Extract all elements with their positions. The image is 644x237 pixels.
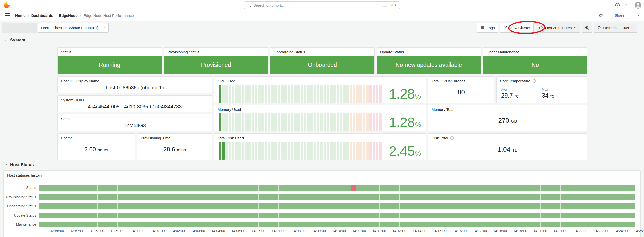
gauge-segment	[248, 142, 251, 160]
zoom-out-button[interactable]	[582, 23, 592, 33]
x-axis-tick-label: 13:58:00	[91, 229, 104, 233]
logs-button[interactable]: Logs	[477, 23, 498, 33]
x-axis-tick-label: 14:14:00	[413, 229, 426, 233]
section-host-status[interactable]: Host Status	[4, 162, 34, 167]
gauge-segment	[366, 113, 369, 131]
gauge-segment	[373, 85, 375, 103]
panel-serial: Serial1ZM54G3	[57, 114, 212, 131]
gauge-segment	[265, 85, 267, 103]
gauge-segment	[343, 85, 346, 103]
x-axis-tick-label: 14:06:00	[252, 229, 265, 233]
breadcrumb-item[interactable]: Dashboards	[31, 13, 53, 18]
info-icon[interactable]	[532, 79, 536, 83]
gauge-segment	[333, 113, 336, 131]
gauge-segment	[307, 85, 310, 103]
breadcrumb-item[interactable]: Home	[15, 13, 26, 18]
gauge-segment	[261, 113, 264, 131]
gauge-segment	[229, 142, 231, 160]
timeline-gridline	[520, 185, 520, 227]
gauge-segment	[340, 142, 342, 160]
grafana-logo-icon[interactable]	[4, 2, 10, 8]
gauge-segment	[346, 142, 349, 160]
gauge-segment	[245, 142, 248, 160]
gauge-segment	[235, 85, 238, 103]
gauge-segment	[222, 85, 225, 103]
gauge-segment	[291, 113, 293, 131]
gauge-segment	[317, 113, 319, 131]
timeline-row-bar	[39, 185, 635, 191]
view-cluster-button[interactable]: View Cluster	[500, 23, 534, 33]
gauge-segment	[310, 113, 313, 131]
gauge-segment	[314, 113, 316, 131]
news-icon[interactable]	[625, 3, 630, 8]
panel-uptime: Uptime2.60hours	[57, 133, 135, 160]
gauge-segment	[265, 142, 267, 160]
gauge-segment	[343, 113, 346, 131]
timeline-gridline	[500, 185, 500, 227]
search-input[interactable]	[253, 3, 381, 7]
gauge-segment	[379, 113, 382, 131]
timeline-gridline	[278, 185, 279, 227]
bar-gauge: 1.28%	[214, 112, 426, 131]
gauge-segment	[330, 113, 333, 131]
gauge-segment	[327, 142, 329, 160]
status-value: No new updates available	[377, 56, 481, 74]
gauge-segment	[232, 85, 234, 103]
refresh-button[interactable]: Refresh	[594, 23, 620, 33]
gauge-segment	[288, 142, 290, 160]
gauge-segment	[373, 113, 375, 131]
help-icon[interactable]	[615, 3, 620, 8]
x-axis-tick-label: 14:03:00	[191, 229, 205, 233]
favorite-star-icon[interactable]	[598, 13, 603, 18]
host-select[interactable]: host-0a86b86c (ubuntu-1)	[52, 23, 109, 33]
gauge-segment	[271, 85, 274, 103]
gauge-segment	[327, 85, 329, 103]
stat-unit: GB	[511, 119, 517, 124]
gauge-segment	[294, 113, 297, 131]
section-system[interactable]: System	[4, 38, 25, 43]
menu-toggle-icon[interactable]	[5, 12, 10, 18]
x-axis-tick-label: 14:22:00	[574, 229, 588, 233]
timeline-gridline	[601, 185, 601, 227]
timeline-gridline	[460, 185, 460, 227]
status-value: No	[483, 56, 587, 74]
panel-title: Total Disk Used	[214, 134, 426, 141]
panel-title: Memory Used	[214, 105, 426, 112]
gauge-segment	[232, 142, 234, 160]
avatar[interactable]	[635, 2, 641, 9]
gauge-segment	[307, 142, 310, 160]
gauge-segment	[310, 85, 313, 103]
share-button[interactable]: Share	[611, 12, 628, 19]
gauge-segment	[229, 113, 231, 131]
breadcrumb-row: Home›Dashboards›EdgeNode›Edge Node Host …	[0, 10, 644, 21]
core-temp-max: Max 34 °C	[542, 88, 580, 99]
host-variable: Host host-0a86b86c (ubuntu-1)	[38, 23, 109, 33]
gauge-segment	[363, 85, 365, 103]
gauge-segment	[252, 85, 254, 103]
time-range-picker[interactable]: Last 30 minutes	[536, 23, 580, 33]
x-axis-tick-label: 13:57:00	[70, 229, 84, 233]
refresh-interval-select[interactable]: 30s	[620, 23, 637, 33]
gauge-segment	[258, 85, 261, 103]
panel-title: Onboarding Status	[270, 48, 374, 55]
gauge-segment	[225, 142, 228, 160]
stat-value: 2.60hours	[84, 146, 108, 153]
breadcrumb-item[interactable]: EdgeNode	[59, 13, 77, 18]
gauge-segment	[350, 85, 352, 103]
chevron-down-icon	[4, 163, 8, 167]
gauge-segment	[356, 85, 359, 103]
collapse-chevron-up-icon[interactable]	[635, 13, 640, 18]
search-bar[interactable]: ctrl+k	[244, 1, 400, 9]
gauge-segment	[376, 85, 378, 103]
timeline-row-bar	[39, 222, 635, 227]
gauge-segment	[222, 113, 225, 131]
x-axis-tick-label: 14:12:00	[372, 229, 386, 233]
panel-memtotal: Memory Total270GB	[428, 105, 587, 131]
timeline-gridline	[77, 185, 77, 227]
gauge-segment	[281, 85, 284, 103]
stat-value: 1.04TB	[498, 146, 517, 153]
gauge-segment	[330, 85, 333, 103]
gauge-segment	[337, 113, 339, 131]
gauge-segment	[297, 85, 300, 103]
gauge-segment	[242, 85, 244, 103]
